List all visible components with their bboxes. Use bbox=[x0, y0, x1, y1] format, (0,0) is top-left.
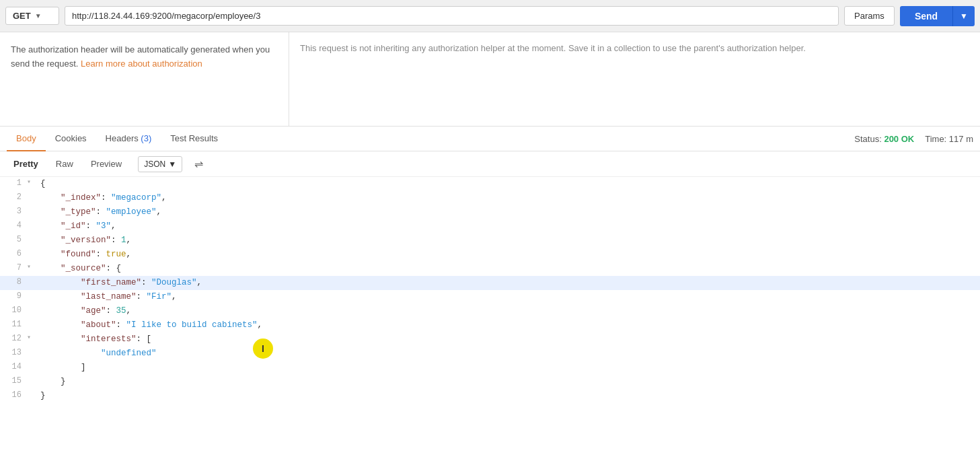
tab-cookies[interactable]: Cookies bbox=[46, 127, 96, 151]
json-line: 8 "first_name": "Douglas", bbox=[0, 276, 980, 290]
response-area: Body Cookies Headers (3) Test Results St… bbox=[0, 127, 980, 463]
json-line: 16 } bbox=[0, 389, 980, 403]
format-select[interactable]: JSON ▼ bbox=[138, 156, 182, 172]
status-label: Status: 200 OK bbox=[854, 134, 914, 144]
tab-body[interactable]: Body bbox=[7, 127, 46, 151]
status-value: 200 OK bbox=[884, 134, 914, 144]
fold-icon[interactable]: ▾ bbox=[27, 262, 38, 273]
json-content: { bbox=[38, 177, 980, 190]
json-line: 1▾{ bbox=[0, 177, 980, 191]
body-tab-preview[interactable]: Preview bbox=[84, 155, 128, 172]
method-label: GET bbox=[13, 11, 31, 21]
line-number: 13 bbox=[0, 347, 27, 359]
json-content: "found": true, bbox=[38, 248, 980, 261]
json-viewer[interactable]: 1▾{2 "_index": "megacorp",3 "_type": "em… bbox=[0, 177, 980, 463]
json-content: } bbox=[38, 389, 980, 402]
send-button[interactable]: Send bbox=[900, 6, 952, 26]
line-number: 6 bbox=[0, 248, 27, 260]
format-label: JSON bbox=[144, 159, 165, 169]
json-line: 11 "about": "I like to build cabinets", bbox=[0, 318, 980, 332]
json-line: 3 "_type": "employee", bbox=[0, 205, 980, 219]
line-number: 12 bbox=[0, 332, 27, 345]
json-line: 6 "found": true, bbox=[0, 248, 980, 262]
line-number: 2 bbox=[0, 191, 27, 204]
json-content: "last_name": "Fir", bbox=[38, 290, 980, 304]
line-number: 8 bbox=[0, 276, 27, 289]
line-number: 4 bbox=[0, 219, 27, 232]
body-toolbar: Pretty Raw Preview JSON ▼ ⇌ bbox=[0, 151, 980, 177]
json-content: "undefined" bbox=[38, 347, 980, 360]
json-line: 5 "_version": 1, bbox=[0, 234, 980, 248]
json-content: "age": 35, bbox=[38, 304, 980, 318]
format-chevron-icon: ▼ bbox=[168, 159, 176, 169]
line-number: 10 bbox=[0, 304, 27, 317]
json-content: "_index": "megacorp", bbox=[38, 191, 980, 205]
body-tab-pretty[interactable]: Pretty bbox=[7, 155, 45, 172]
line-number: 3 bbox=[0, 205, 27, 218]
auth-section: The authorization header will be automat… bbox=[0, 32, 980, 127]
wrap-icon[interactable]: ⇌ bbox=[190, 155, 207, 172]
time-value: 117 m bbox=[949, 134, 973, 144]
json-content: ] bbox=[38, 361, 980, 374]
json-line: 2 "_index": "megacorp", bbox=[0, 191, 980, 205]
auth-inherit-message: This request is not inheriting any autho… bbox=[300, 43, 806, 53]
json-line: 7▾ "_source": { bbox=[0, 262, 980, 276]
json-line: 15 } bbox=[0, 375, 980, 389]
json-content: "_type": "employee", bbox=[38, 205, 980, 219]
fold-icon[interactable]: ▾ bbox=[27, 177, 38, 188]
method-chevron-icon: ▼ bbox=[35, 12, 42, 20]
method-select[interactable]: GET ▼ bbox=[5, 7, 59, 25]
line-number: 11 bbox=[0, 318, 27, 331]
body-tab-raw[interactable]: Raw bbox=[49, 155, 80, 172]
json-content: } bbox=[38, 375, 980, 388]
line-number: 15 bbox=[0, 375, 27, 388]
tab-test-results[interactable]: Test Results bbox=[161, 127, 227, 151]
line-number: 14 bbox=[0, 361, 27, 373]
line-number: 5 bbox=[0, 234, 27, 246]
response-status: Status: 200 OK Time: 117 m bbox=[854, 134, 973, 144]
json-line: 10 "age": 35, bbox=[0, 304, 980, 318]
json-line: 4 "_id": "3", bbox=[0, 219, 980, 234]
line-number: 16 bbox=[0, 389, 27, 402]
params-button[interactable]: Params bbox=[844, 6, 895, 26]
tab-headers[interactable]: Headers (3) bbox=[96, 127, 161, 151]
response-tabs-bar: Body Cookies Headers (3) Test Results St… bbox=[0, 127, 980, 151]
json-content: "interests": [ bbox=[38, 332, 980, 346]
json-content: "_source": { bbox=[38, 262, 980, 275]
time-label: Time: 117 m bbox=[925, 134, 973, 144]
auth-left-panel: The authorization header will be automat… bbox=[0, 32, 289, 126]
fold-icon[interactable]: ▾ bbox=[27, 332, 38, 343]
send-button-group: Send ▼ bbox=[900, 6, 975, 26]
json-content: "_id": "3", bbox=[38, 219, 980, 233]
auth-learn-more-link[interactable]: Learn more about authorization bbox=[81, 59, 202, 69]
json-line: 9 "last_name": "Fir", bbox=[0, 290, 980, 304]
json-content: "_version": 1, bbox=[38, 234, 980, 247]
send-dropdown-button[interactable]: ▼ bbox=[952, 6, 975, 26]
top-bar: GET ▼ Params Send ▼ bbox=[0, 0, 980, 32]
json-line: 12▾ "interests": [ bbox=[0, 332, 980, 347]
json-content: "about": "I like to build cabinets", bbox=[38, 318, 980, 332]
line-number: 9 bbox=[0, 290, 27, 303]
json-line: 14 ] bbox=[0, 361, 980, 375]
auth-right-panel: This request is not inheriting any autho… bbox=[289, 32, 980, 126]
json-content: "first_name": "Douglas", bbox=[38, 276, 980, 289]
line-number: 7 bbox=[0, 262, 27, 275]
json-line: 13 "undefined" bbox=[0, 347, 980, 361]
url-input[interactable] bbox=[65, 6, 839, 26]
line-number: 1 bbox=[0, 177, 27, 190]
